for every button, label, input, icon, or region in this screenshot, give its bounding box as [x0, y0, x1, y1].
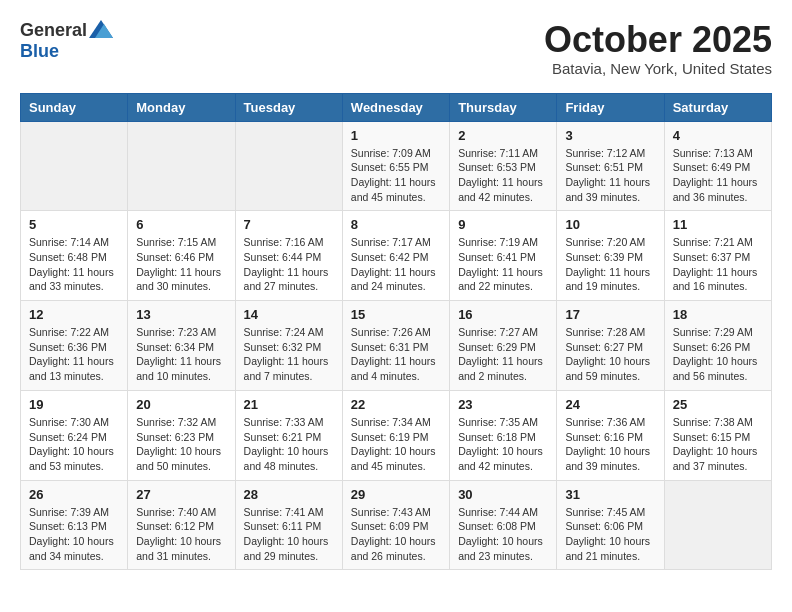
day-info: Sunrise: 7:41 AM Sunset: 6:11 PM Dayligh…: [244, 505, 334, 564]
day-info: Sunrise: 7:43 AM Sunset: 6:09 PM Dayligh…: [351, 505, 441, 564]
day-number: 31: [565, 487, 655, 502]
day-info: Sunrise: 7:23 AM Sunset: 6:34 PM Dayligh…: [136, 325, 226, 384]
day-number: 6: [136, 217, 226, 232]
day-number: 18: [673, 307, 763, 322]
calendar-cell: 13Sunrise: 7:23 AM Sunset: 6:34 PM Dayli…: [128, 301, 235, 391]
day-number: 21: [244, 397, 334, 412]
calendar-cell: 29Sunrise: 7:43 AM Sunset: 6:09 PM Dayli…: [342, 480, 449, 570]
day-info: Sunrise: 7:15 AM Sunset: 6:46 PM Dayligh…: [136, 235, 226, 294]
day-info: Sunrise: 7:09 AM Sunset: 6:55 PM Dayligh…: [351, 146, 441, 205]
day-number: 26: [29, 487, 119, 502]
day-number: 11: [673, 217, 763, 232]
day-info: Sunrise: 7:30 AM Sunset: 6:24 PM Dayligh…: [29, 415, 119, 474]
day-info: Sunrise: 7:35 AM Sunset: 6:18 PM Dayligh…: [458, 415, 548, 474]
day-info: Sunrise: 7:28 AM Sunset: 6:27 PM Dayligh…: [565, 325, 655, 384]
day-number: 25: [673, 397, 763, 412]
weekday-header: Saturday: [664, 93, 771, 121]
day-number: 5: [29, 217, 119, 232]
day-info: Sunrise: 7:12 AM Sunset: 6:51 PM Dayligh…: [565, 146, 655, 205]
logo-icon: [89, 20, 113, 38]
title-section: October 2025 Batavia, New York, United S…: [544, 20, 772, 77]
day-info: Sunrise: 7:22 AM Sunset: 6:36 PM Dayligh…: [29, 325, 119, 384]
calendar-cell: 12Sunrise: 7:22 AM Sunset: 6:36 PM Dayli…: [21, 301, 128, 391]
day-number: 27: [136, 487, 226, 502]
calendar-cell: 9Sunrise: 7:19 AM Sunset: 6:41 PM Daylig…: [450, 211, 557, 301]
day-number: 12: [29, 307, 119, 322]
calendar-cell: 5Sunrise: 7:14 AM Sunset: 6:48 PM Daylig…: [21, 211, 128, 301]
day-number: 2: [458, 128, 548, 143]
day-number: 20: [136, 397, 226, 412]
day-info: Sunrise: 7:34 AM Sunset: 6:19 PM Dayligh…: [351, 415, 441, 474]
day-info: Sunrise: 7:16 AM Sunset: 6:44 PM Dayligh…: [244, 235, 334, 294]
calendar-cell: 14Sunrise: 7:24 AM Sunset: 6:32 PM Dayli…: [235, 301, 342, 391]
page-header: General Blue October 2025 Batavia, New Y…: [20, 20, 772, 77]
day-number: 14: [244, 307, 334, 322]
calendar-cell: 26Sunrise: 7:39 AM Sunset: 6:13 PM Dayli…: [21, 480, 128, 570]
day-info: Sunrise: 7:27 AM Sunset: 6:29 PM Dayligh…: [458, 325, 548, 384]
calendar-cell: 17Sunrise: 7:28 AM Sunset: 6:27 PM Dayli…: [557, 301, 664, 391]
month-title: October 2025: [544, 20, 772, 60]
day-number: 29: [351, 487, 441, 502]
day-info: Sunrise: 7:14 AM Sunset: 6:48 PM Dayligh…: [29, 235, 119, 294]
day-info: Sunrise: 7:38 AM Sunset: 6:15 PM Dayligh…: [673, 415, 763, 474]
calendar-cell: [235, 121, 342, 211]
day-number: 19: [29, 397, 119, 412]
day-number: 16: [458, 307, 548, 322]
calendar-cell: [21, 121, 128, 211]
day-info: Sunrise: 7:21 AM Sunset: 6:37 PM Dayligh…: [673, 235, 763, 294]
day-info: Sunrise: 7:20 AM Sunset: 6:39 PM Dayligh…: [565, 235, 655, 294]
logo-blue-text: Blue: [20, 41, 59, 62]
day-number: 4: [673, 128, 763, 143]
weekday-header: Friday: [557, 93, 664, 121]
day-number: 8: [351, 217, 441, 232]
logo-general-text: General: [20, 20, 87, 41]
calendar-cell: [664, 480, 771, 570]
calendar-cell: 2Sunrise: 7:11 AM Sunset: 6:53 PM Daylig…: [450, 121, 557, 211]
calendar-cell: 27Sunrise: 7:40 AM Sunset: 6:12 PM Dayli…: [128, 480, 235, 570]
logo: General Blue: [20, 20, 113, 62]
calendar-cell: 10Sunrise: 7:20 AM Sunset: 6:39 PM Dayli…: [557, 211, 664, 301]
weekday-header-row: SundayMondayTuesdayWednesdayThursdayFrid…: [21, 93, 772, 121]
calendar-cell: 18Sunrise: 7:29 AM Sunset: 6:26 PM Dayli…: [664, 301, 771, 391]
calendar-cell: 25Sunrise: 7:38 AM Sunset: 6:15 PM Dayli…: [664, 390, 771, 480]
calendar-cell: 19Sunrise: 7:30 AM Sunset: 6:24 PM Dayli…: [21, 390, 128, 480]
calendar-cell: 20Sunrise: 7:32 AM Sunset: 6:23 PM Dayli…: [128, 390, 235, 480]
calendar-cell: 15Sunrise: 7:26 AM Sunset: 6:31 PM Dayli…: [342, 301, 449, 391]
calendar-cell: 23Sunrise: 7:35 AM Sunset: 6:18 PM Dayli…: [450, 390, 557, 480]
weekday-header: Monday: [128, 93, 235, 121]
calendar-cell: [128, 121, 235, 211]
calendar-cell: 31Sunrise: 7:45 AM Sunset: 6:06 PM Dayli…: [557, 480, 664, 570]
day-number: 28: [244, 487, 334, 502]
day-info: Sunrise: 7:36 AM Sunset: 6:16 PM Dayligh…: [565, 415, 655, 474]
day-info: Sunrise: 7:13 AM Sunset: 6:49 PM Dayligh…: [673, 146, 763, 205]
day-info: Sunrise: 7:24 AM Sunset: 6:32 PM Dayligh…: [244, 325, 334, 384]
calendar-week-row: 26Sunrise: 7:39 AM Sunset: 6:13 PM Dayli…: [21, 480, 772, 570]
calendar-cell: 3Sunrise: 7:12 AM Sunset: 6:51 PM Daylig…: [557, 121, 664, 211]
day-number: 7: [244, 217, 334, 232]
day-number: 10: [565, 217, 655, 232]
day-number: 9: [458, 217, 548, 232]
day-info: Sunrise: 7:26 AM Sunset: 6:31 PM Dayligh…: [351, 325, 441, 384]
day-info: Sunrise: 7:45 AM Sunset: 6:06 PM Dayligh…: [565, 505, 655, 564]
calendar-week-row: 1Sunrise: 7:09 AM Sunset: 6:55 PM Daylig…: [21, 121, 772, 211]
calendar-cell: 16Sunrise: 7:27 AM Sunset: 6:29 PM Dayli…: [450, 301, 557, 391]
day-number: 13: [136, 307, 226, 322]
calendar-cell: 6Sunrise: 7:15 AM Sunset: 6:46 PM Daylig…: [128, 211, 235, 301]
day-number: 30: [458, 487, 548, 502]
calendar-cell: 11Sunrise: 7:21 AM Sunset: 6:37 PM Dayli…: [664, 211, 771, 301]
calendar-cell: 8Sunrise: 7:17 AM Sunset: 6:42 PM Daylig…: [342, 211, 449, 301]
day-info: Sunrise: 7:19 AM Sunset: 6:41 PM Dayligh…: [458, 235, 548, 294]
calendar-week-row: 12Sunrise: 7:22 AM Sunset: 6:36 PM Dayli…: [21, 301, 772, 391]
calendar-cell: 28Sunrise: 7:41 AM Sunset: 6:11 PM Dayli…: [235, 480, 342, 570]
day-number: 3: [565, 128, 655, 143]
calendar-cell: 24Sunrise: 7:36 AM Sunset: 6:16 PM Dayli…: [557, 390, 664, 480]
day-info: Sunrise: 7:11 AM Sunset: 6:53 PM Dayligh…: [458, 146, 548, 205]
location-text: Batavia, New York, United States: [544, 60, 772, 77]
day-number: 1: [351, 128, 441, 143]
day-info: Sunrise: 7:39 AM Sunset: 6:13 PM Dayligh…: [29, 505, 119, 564]
day-info: Sunrise: 7:44 AM Sunset: 6:08 PM Dayligh…: [458, 505, 548, 564]
day-info: Sunrise: 7:33 AM Sunset: 6:21 PM Dayligh…: [244, 415, 334, 474]
calendar-cell: 7Sunrise: 7:16 AM Sunset: 6:44 PM Daylig…: [235, 211, 342, 301]
weekday-header: Wednesday: [342, 93, 449, 121]
weekday-header: Thursday: [450, 93, 557, 121]
